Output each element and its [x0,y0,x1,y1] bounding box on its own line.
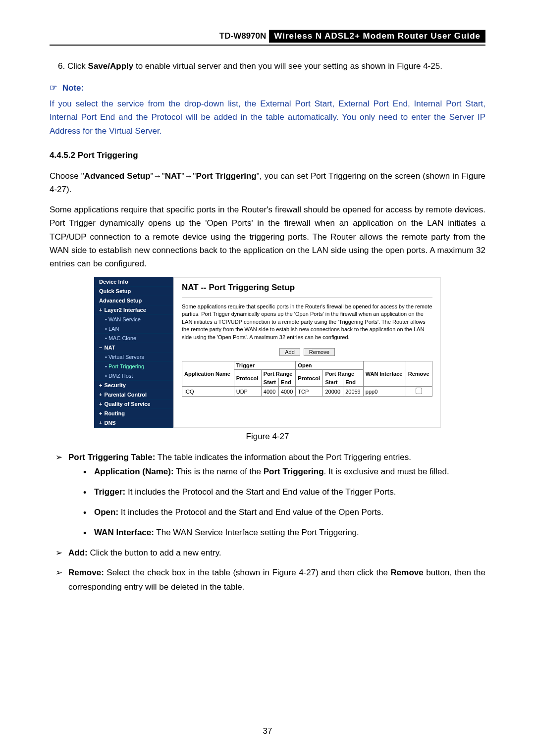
paragraph-choose: Choose "Advanced Setup"→"NAT"→"Port Trig… [50,169,485,196]
p1-b2: NAT [165,171,182,181]
lbl-pt-table: Port Triggering Table: [68,453,155,462]
nav-sidebar: Device Info Quick Setup Advanced Setup L… [94,277,173,428]
sub-app-name: Application (Name): This is the name of … [83,465,485,479]
th-trig-protocol: Protocol [234,370,261,387]
doc-title: Wireless N ADSL2+ Modem Router User Guid… [269,30,485,43]
sidebar-dns[interactable]: DNS [94,418,173,428]
remove-button[interactable]: Remove [304,348,335,356]
panel-title: NAT -- Port Triggering Setup [182,283,432,293]
p1-b3: Port Triggering [196,171,256,181]
txt-appname-1: This is the name of the [174,467,264,476]
sidebar-quick-setup[interactable]: Quick Setup [94,287,173,296]
cell-app: ICQ [182,387,234,397]
row-remove-checkbox[interactable] [416,388,422,394]
th-trig-end: End [278,378,295,387]
sidebar-wan-service[interactable]: WAN Service [94,315,173,324]
txt-remove-1: Select the check box in the table (shown… [104,568,391,577]
step6-action: Save/Apply [88,61,134,71]
cell-oprot: TCP [296,387,323,397]
txt-add: Click the button to add a new entry. [88,548,221,557]
th-open-start: Start [323,378,343,387]
sidebar-virtual-servers[interactable]: Virtual Servers [94,353,173,362]
sidebar-device-info[interactable]: Device Info [94,277,173,287]
txt-wan: The WAN Service Interface setting the Po… [154,528,359,537]
cell-tprot: UDP [234,387,261,397]
p1-t2: "→" [151,171,165,181]
th-open: Open [296,361,363,370]
lbl-appname: Application (Name): [94,467,174,476]
button-row: Add Remove [182,348,432,356]
port-triggering-table: Application Name Trigger Open WAN Interf… [182,361,432,397]
lbl-wan: WAN Interface: [94,528,154,537]
paragraph-desc: Some applications require that specific … [50,203,485,270]
txt-trigger: It includes the Protocol and the Start a… [125,487,396,497]
th-remove: Remove [406,361,432,387]
sidebar-mac-clone[interactable]: MAC Clone [94,334,173,343]
bullet-add: Add: Click the button to add a new entry… [55,546,485,560]
main-panel: NAT -- Port Triggering Setup Some applic… [173,277,441,428]
header-divider [50,45,485,46]
note-body: If you select the service from the drop-… [50,97,485,138]
bullet-remove: Remove: Select the check box in the tabl… [55,566,485,595]
sidebar-parental[interactable]: Parental Control [94,390,173,400]
th-app-name: Application Name [182,361,234,387]
section-heading: 4.4.5.2 Port Triggering [50,151,485,160]
sidebar-lan[interactable]: LAN [94,324,173,334]
th-open-protocol: Protocol [296,370,323,387]
th-open-end: End [343,378,364,387]
step-list: Click Save/Apply to enable virtual serve… [50,59,485,73]
th-open-portrange: Port Range [323,370,363,378]
lbl-open: Open: [94,507,118,517]
sub-bullets: Application (Name): This is the name of … [68,465,485,540]
sidebar-nat[interactable]: NAT [94,343,173,353]
sub-trigger: Trigger: It includes the Protocol and th… [83,485,485,500]
lbl-remove: Remove: [68,568,104,577]
sub-wan: WAN Interface: The WAN Service Interface… [83,526,485,540]
sub-open: Open: It includes the Protocol and the S… [83,505,485,520]
step-6: Click Save/Apply to enable virtual serve… [67,59,485,73]
th-trig-start: Start [261,378,278,387]
txt-pt-table: The table indicates the information abou… [155,453,411,462]
p1-t3: "→" [181,171,196,181]
lbl-trigger: Trigger: [94,487,125,497]
th-trigger: Trigger [234,361,296,370]
lbl-add: Add: [68,548,88,557]
th-wan: WAN Interface [363,361,406,387]
bullet-list: Port Triggering Table: The table indicat… [50,451,485,595]
figure-caption: Figure 4-27 [50,432,485,442]
sidebar-qos[interactable]: Quality of Service [94,400,173,409]
cell-tstart: 4000 [261,387,278,397]
page-number: 37 [0,726,535,736]
step6-suffix: to enable virtual server and then you wi… [133,61,442,71]
txt-appname-b: Port Triggering [264,467,324,476]
note-label: Note: [62,83,84,93]
txt-remove-b: Remove [391,568,424,577]
sidebar-list: Device Info Quick Setup Advanced Setup L… [94,277,173,428]
step6-prefix: Click [67,61,88,71]
panel-desc: Some applications require that specific … [182,303,432,341]
sidebar-advanced-setup[interactable]: Advanced Setup [94,296,173,305]
sidebar-routing[interactable]: Routing [94,409,173,418]
sidebar-dmz-host[interactable]: DMZ Host [94,371,173,381]
txt-appname-2: . It is exclusive and must be filled. [324,467,449,476]
cell-remove-checkbox [406,387,432,397]
sidebar-port-triggering[interactable]: Port Triggering [94,362,173,371]
router-ui-screenshot: Device Info Quick Setup Advanced Setup L… [94,277,441,428]
p1-t1: Choose " [50,171,84,181]
table-row: ICQ UDP 4000 4000 TCP 20000 20059 ppp0 [182,387,432,397]
page-header: TD-W8970N Wireless N ADSL2+ Modem Router… [50,30,485,43]
txt-open: It includes the Protocol and the Start a… [118,507,383,517]
pointing-hand-icon: ☞ [50,83,57,93]
sidebar-security[interactable]: Security [94,381,173,390]
cell-tend: 4000 [278,387,295,397]
panel-divider [182,298,432,298]
add-button[interactable]: Add [279,348,300,356]
note-heading: ☞ Note: [50,83,485,93]
p1-b1: Advanced Setup [84,171,151,181]
cell-ostart: 20000 [323,387,343,397]
th-trig-portrange: Port Range [261,370,296,378]
cell-wan: ppp0 [363,387,406,397]
sidebar-layer2[interactable]: Layer2 Interface [94,305,173,315]
bullet-pt-table: Port Triggering Table: The table indicat… [55,451,485,540]
cell-oend: 20059 [343,387,364,397]
